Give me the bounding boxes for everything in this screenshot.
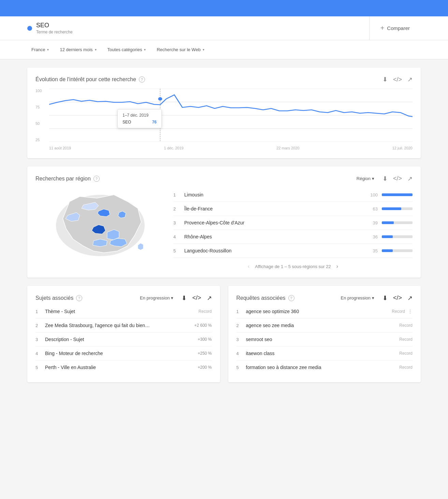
yaxis-25: 25 xyxy=(35,138,47,142)
share-icon[interactable]: ↗ xyxy=(407,175,413,182)
region-bar xyxy=(382,249,393,252)
xaxis-2: 1 déc. 2019 xyxy=(164,146,184,150)
code-icon[interactable]: </> xyxy=(393,76,402,83)
queries-title: Requêtes associées xyxy=(236,295,286,301)
svg-point-6 xyxy=(158,97,162,101)
pagination-text: Affichage de 1 – 5 sous-régions sur 22 xyxy=(255,264,331,269)
subjects-help-icon[interactable]: ? xyxy=(76,295,82,301)
queries-help-icon[interactable]: ? xyxy=(288,295,294,301)
region-row-3: 3 Provence-Alpes-Côte d'Azur 39 xyxy=(173,216,413,230)
subjects-title: Sujets associés xyxy=(35,295,73,301)
subject-row-4: 4 Bing - Moteur de recherche +250 % xyxy=(35,347,212,361)
region-name: Île-de-France xyxy=(184,206,363,211)
region-rank: 1 xyxy=(173,192,180,197)
filter-country[interactable]: France ▾ xyxy=(27,44,53,55)
main-content: Évolution de l'intérêt pour cette recher… xyxy=(0,59,448,391)
evolution-chart: 100 75 50 25 xyxy=(35,89,413,150)
queries-card-header: Requêtes associées ? En progression ▾ ⬇ … xyxy=(236,294,413,302)
code-icon[interactable]: </> xyxy=(393,175,402,182)
download-icon[interactable]: ⬇ xyxy=(382,175,388,182)
region-row-5: 5 Languedoc-Roussillon 35 xyxy=(173,244,413,258)
queries-filter-label: En progression xyxy=(341,295,371,300)
query-row-5: 5 formation seo à distance zee media Rec… xyxy=(236,361,413,374)
chevron-down-icon: ▾ xyxy=(47,48,49,52)
region-list: 1 Limousin 100 2 Île-de-France 63 xyxy=(173,188,413,269)
yaxis-100: 100 xyxy=(35,89,47,93)
search-term-type: Terme de recherche xyxy=(36,30,73,34)
filter-type-label: Recherche sur le Web xyxy=(157,47,200,52)
region-bar-bg xyxy=(382,221,413,224)
region-bar-bg xyxy=(382,235,413,238)
chart-xaxis: 11 août 2019 1 déc. 2019 22 mars 2020 12… xyxy=(49,146,413,150)
evolution-card-title: Évolution de l'intérêt pour cette recher… xyxy=(35,76,145,83)
subject-row-2: 2 Zee Media Strasbourg, l'agence qui fai… xyxy=(35,319,212,333)
filter-country-label: France xyxy=(31,47,45,52)
filter-type[interactable]: Recherche sur le Web ▾ xyxy=(153,44,208,55)
region-score: 63 xyxy=(367,206,378,211)
evolution-help-icon[interactable]: ? xyxy=(139,76,145,83)
yaxis-50: 50 xyxy=(35,121,47,126)
code-icon[interactable]: </> xyxy=(192,294,201,302)
next-page-button[interactable]: › xyxy=(336,263,338,269)
region-name: Languedoc-Roussillon xyxy=(184,248,363,253)
region-card: Recherches par région ? Région ▾ ⬇ </> ↗ xyxy=(27,166,421,278)
filter-bar: France ▾ 12 derniers mois ▾ Toutes catég… xyxy=(0,40,448,59)
region-filter-dropdown[interactable]: Région ▾ xyxy=(354,175,377,182)
queries-card-left: Requêtes associées ? xyxy=(236,295,294,301)
download-icon[interactable]: ⬇ xyxy=(382,294,388,302)
region-bar-bg xyxy=(382,207,413,210)
prev-page-button[interactable]: ‹ xyxy=(248,263,249,269)
query-row-3: 3 semroot seo Record xyxy=(236,333,413,347)
subjects-filter-label: En progression xyxy=(140,295,170,300)
region-score: 100 xyxy=(367,192,378,197)
subjects-card-left: Sujets associés ? xyxy=(35,295,82,301)
share-icon[interactable]: ↗ xyxy=(407,76,413,83)
download-icon[interactable]: ⬇ xyxy=(382,76,388,83)
xaxis-3: 22 mars 2020 xyxy=(276,146,299,150)
search-bar: SEO Terme de recherche + Comparer xyxy=(0,16,448,40)
query-row-4: 4 itaewon class Record xyxy=(236,347,413,361)
region-bar-bg xyxy=(382,249,413,252)
more-options-icon[interactable]: ⋮ xyxy=(408,309,413,314)
chevron-down-icon: ▾ xyxy=(372,295,374,300)
evolution-card: Évolution de l'intérêt pour cette recher… xyxy=(27,68,421,158)
region-content: 1 Limousin 100 2 Île-de-France 63 xyxy=(35,188,413,269)
xaxis-1: 11 août 2019 xyxy=(49,146,71,150)
region-score: 39 xyxy=(367,220,378,225)
queries-filter-dropdown[interactable]: En progression ▾ xyxy=(338,294,377,302)
compare-section[interactable]: + Comparer xyxy=(370,16,421,40)
subject-row-1: 1 Thème - Sujet Record xyxy=(35,305,212,319)
tooltip-row: SEO 76 xyxy=(122,120,157,124)
compare-label: Comparer xyxy=(387,25,410,31)
search-term-text: SEO Terme de recherche xyxy=(36,22,73,34)
region-name: Rhône-Alpes xyxy=(184,234,363,239)
filter-period-label: 12 derniers mois xyxy=(60,47,92,52)
evolution-card-actions: ⬇ </> ↗ xyxy=(382,76,413,83)
map-svg xyxy=(35,188,165,263)
subjects-filter-dropdown[interactable]: En progression ▾ xyxy=(137,294,176,302)
subjects-list: 1 Thème - Sujet Record 2 Zee Media Stras… xyxy=(35,305,212,374)
queries-card: Requêtes associées ? En progression ▾ ⬇ … xyxy=(228,286,421,382)
filter-category[interactable]: Toutes catégories ▾ xyxy=(103,44,150,55)
filter-period[interactable]: 12 derniers mois ▾ xyxy=(56,44,100,55)
chevron-down-icon: ▾ xyxy=(95,48,97,52)
region-rank: 4 xyxy=(173,234,180,239)
top-bar xyxy=(0,0,448,16)
query-row-2: 2 agence seo zee media Record xyxy=(236,319,413,333)
chevron-down-icon: ▾ xyxy=(144,48,146,52)
share-icon[interactable]: ↗ xyxy=(207,294,212,302)
subjects-card-right: En progression ▾ ⬇ </> ↗ xyxy=(137,294,212,302)
region-name: Provence-Alpes-Côte d'Azur xyxy=(184,220,363,225)
region-card-header: Recherches par région ? Région ▾ ⬇ </> ↗ xyxy=(35,175,413,182)
subjects-card-header: Sujets associés ? En progression ▾ ⬇ </>… xyxy=(35,294,212,302)
region-bar-bg xyxy=(382,193,413,196)
region-bar xyxy=(382,235,393,238)
subjects-card: Sujets associés ? En progression ▾ ⬇ </>… xyxy=(27,286,220,382)
chevron-down-icon: ▾ xyxy=(171,295,173,300)
download-icon[interactable]: ⬇ xyxy=(182,294,187,302)
yaxis-75: 75 xyxy=(35,105,47,109)
filter-category-label: Toutes catégories xyxy=(107,47,142,52)
region-help-icon[interactable]: ? xyxy=(93,176,100,182)
code-icon[interactable]: </> xyxy=(393,294,402,302)
share-icon[interactable]: ↗ xyxy=(407,294,413,302)
